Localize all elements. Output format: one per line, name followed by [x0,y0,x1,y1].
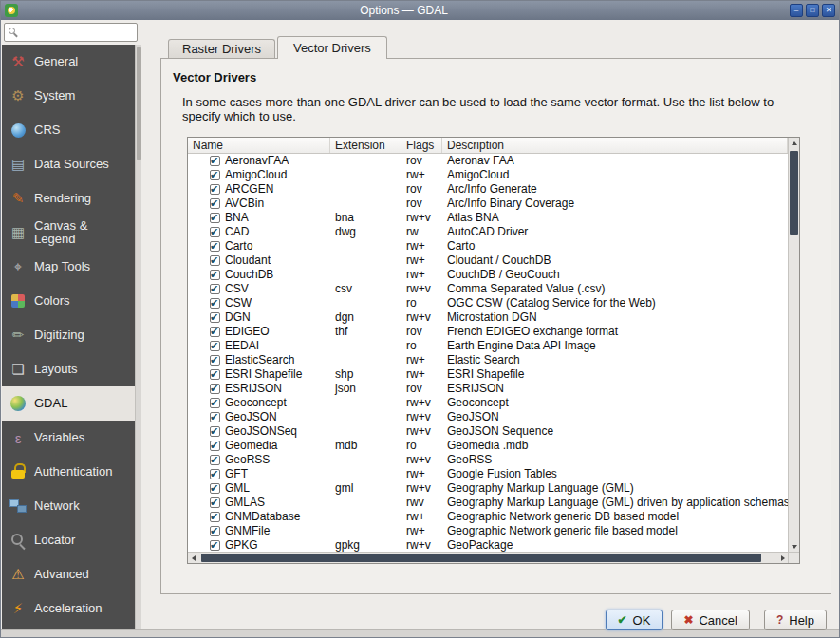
button-ok[interactable]: ✔ OK [606,610,663,630]
table-row[interactable]: Carto rw+ Carto [188,239,788,253]
table-row[interactable]: AVCBin rov Arc/Info Binary Coverage [188,197,788,211]
driver-flags: rw+ [401,367,442,382]
driver-name: GNMFile [225,524,270,538]
table-row[interactable]: GNMDatabase rw+ Geographic Network gener… [188,510,788,524]
driver-checkbox[interactable] [210,483,220,494]
table-row[interactable]: GPKG gpkg rw+v GeoPackage [188,538,788,552]
table-row[interactable]: CouchDB rw+ CouchDB / GeoCouch [188,268,788,282]
sidebar-scrollbar[interactable] [135,45,141,629]
table-row[interactable]: GeoJSON rw+v GeoJSON [188,410,788,424]
horizontal-scroll-thumb[interactable] [201,554,761,562]
driver-checkbox[interactable] [210,298,220,309]
table-row[interactable]: ESRIJSON json rov ESRIJSON [188,382,788,396]
vertical-scrollbar[interactable] [788,138,799,552]
driver-flags: rw+ [401,239,442,253]
driver-checkbox[interactable] [210,512,220,522]
table-row[interactable]: GMLAS rwv Geography Markup Language (GML… [188,496,788,510]
table-row[interactable]: BNA bna rw+v Atlas BNA [188,211,788,225]
driver-checkbox[interactable] [210,426,220,437]
driver-checkbox[interactable] [210,355,220,366]
scroll-left-arrow[interactable] [188,553,198,563]
driver-extension: bna [330,211,401,225]
table-row[interactable]: GFT rw+ Google Fusion Tables [188,467,788,481]
table-row[interactable]: CSW ro OGC CSW (Catalog Service for the … [188,296,788,310]
sidebar-item-crs[interactable]: CRS [2,113,135,147]
sidebar-item-general[interactable]: ⚒ General [2,45,135,79]
tab-raster-drivers[interactable]: Raster Drivers [168,39,275,58]
driver-checkbox[interactable] [210,170,220,180]
vertical-scroll-thumb[interactable] [790,151,798,235]
driver-checkbox[interactable] [210,469,220,479]
sidebar-item-gdal[interactable]: GDAL [2,386,135,421]
driver-checkbox[interactable] [210,526,220,536]
driver-checkbox[interactable] [210,497,220,508]
table-row[interactable]: GeoJSONSeq rw+v GeoJSON Sequence [188,424,788,439]
window-close[interactable]: ✕ [822,4,835,17]
scroll-right-arrow[interactable] [777,553,788,563]
table-row[interactable]: GNMFile rw+ Geographic Network generic f… [188,524,788,538]
button-cancel[interactable]: ✖ Cancel [671,610,750,630]
driver-checkbox[interactable] [210,255,220,266]
driver-checkbox[interactable] [210,327,220,337]
table-row[interactable]: EEDAI ro Earth Engine Data API Image [188,339,788,353]
column-header[interactable]: Extension [330,138,401,153]
table-row[interactable]: AmigoCloud rw+ AmigoCloud [188,168,788,182]
table-row[interactable]: ElasticSearch rw+ Elastic Search [188,353,788,367]
table-row[interactable]: ESRI Shapefile shp rw+ ESRI Shapefile [188,367,788,382]
options-dialog: Options — GDAL – □ ✕ ⚒ General ⚙ System [0,0,840,638]
driver-checkbox[interactable] [210,412,220,422]
window-minimize[interactable]: – [790,4,803,17]
table-row[interactable]: Geomedia mdb ro Geomedia .mdb [188,439,788,453]
driver-checkbox[interactable] [210,241,220,252]
sidebar-item-digitizing[interactable]: ✏ Digitizing [2,318,135,352]
driver-checkbox[interactable] [210,156,220,166]
horizontal-scrollbar[interactable] [188,552,788,563]
table-row[interactable]: Geoconcept rw+v Geoconcept [188,396,788,410]
sidebar-item-colors[interactable]: Colors [2,284,135,318]
driver-checkbox[interactable] [210,270,220,280]
sidebar-item-canvas-legend[interactable]: ▦ Canvas & Legend [2,216,135,250]
driver-checkbox[interactable] [210,398,220,408]
button-help[interactable]: ? Help [764,610,827,630]
driver-checkbox[interactable] [210,198,220,209]
sidebar-item-data-sources[interactable]: ▤ Data Sources [2,147,135,181]
column-header[interactable]: Flags [401,138,442,153]
table-row[interactable]: EDIGEO thf rov French EDIGEO exchange fo… [188,325,788,339]
column-header[interactable]: Name [188,138,330,153]
table-row[interactable]: Cloudant rw+ Cloudant / CouchDB [188,253,788,268]
table-row[interactable]: ARCGEN rov Arc/Info Generate [188,182,788,197]
sidebar-item-variables[interactable]: ε Variables [2,421,135,455]
driver-checkbox[interactable] [210,455,220,465]
driver-checkbox[interactable] [210,540,220,551]
sidebar-item-rendering[interactable]: ✎ Rendering [2,181,135,216]
sidebar-item-layouts[interactable]: ❏ Layouts [2,352,135,386]
driver-checkbox[interactable] [210,213,220,223]
driver-checkbox[interactable] [210,441,220,451]
table-row[interactable]: GML gml rw+v Geography Markup Language (… [188,481,788,496]
sidebar-item-acceleration[interactable]: ⚡ Acceleration [2,591,135,626]
table-row[interactable]: DGN dgn rw+v Microstation DGN [188,310,788,325]
tab-vector-drivers[interactable]: Vector Drivers [277,36,387,59]
sidebar-item-system[interactable]: ⚙ System [2,79,135,113]
driver-checkbox[interactable] [210,284,220,294]
table-row[interactable]: AeronavFAA rov Aeronav FAA [188,154,788,168]
driver-checkbox[interactable] [210,227,220,237]
sidebar-item-advanced[interactable]: ⚠ Advanced [2,557,135,591]
driver-checkbox[interactable] [210,312,220,323]
driver-checkbox[interactable] [210,384,220,394]
sidebar-item-authentication[interactable]: Authentication [2,455,135,489]
window-maximize[interactable]: □ [806,4,819,17]
sidebar-item-map-tools[interactable]: ⌖ Map Tools [2,250,135,284]
sidebar-search-input[interactable] [4,23,138,42]
column-header[interactable]: Description [442,138,788,153]
sidebar-item-locator[interactable]: Locator [2,523,135,557]
table-row[interactable]: CSV csv rw+v Comma Separated Value (.csv… [188,282,788,296]
driver-checkbox[interactable] [210,184,220,195]
table-row[interactable]: CAD dwg rw AutoCAD Driver [188,225,788,239]
sidebar-item-network[interactable]: Network [2,489,135,523]
table-row[interactable]: GeoRSS rw+v GeoRSS [188,453,788,467]
scroll-down-arrow[interactable] [789,541,799,552]
driver-checkbox[interactable] [210,341,220,351]
scroll-up-arrow[interactable] [789,138,799,148]
driver-checkbox[interactable] [210,369,220,380]
